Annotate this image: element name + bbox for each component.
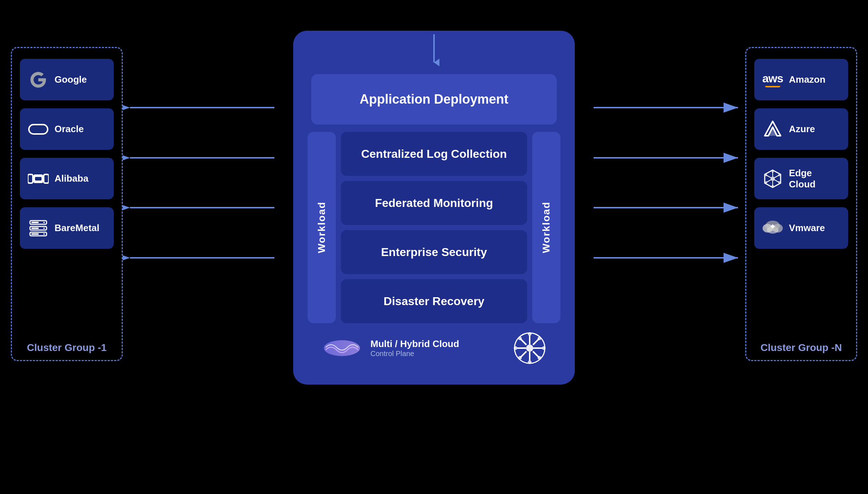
svg-rect-12 [31, 228, 39, 229]
svg-line-64 [533, 339, 539, 345]
svg-rect-3 [35, 177, 42, 181]
provider-baremetal: BareMetal [20, 207, 114, 249]
top-arrow [304, 34, 564, 67]
main-panel: Application Deployment Workload Centrali… [293, 31, 575, 385]
google-icon [28, 69, 49, 90]
arrow-alibaba [123, 203, 274, 213]
edgecloud-label: Edge Cloud [789, 168, 840, 190]
svg-line-63 [533, 351, 539, 358]
cluster-group-left-label: Cluster Group -1 [12, 342, 122, 354]
control-plane: Multi / Hybrid Cloud Control Plane [311, 332, 557, 364]
service-security-label: Enterprise Security [381, 246, 487, 259]
kubernetes-icon [513, 332, 546, 364]
svg-point-17 [771, 177, 775, 181]
provider-alibaba: Alibaba [20, 158, 114, 199]
svg-rect-11 [31, 222, 39, 223]
arrow-edgecloud [594, 203, 745, 213]
provider-oracle: Oracle [20, 108, 114, 150]
svg-line-65 [520, 351, 526, 358]
svg-point-55 [324, 340, 360, 356]
arrow-amazon [594, 103, 745, 113]
svg-rect-13 [31, 233, 39, 235]
edgecloud-icon [762, 168, 783, 189]
svg-point-67 [528, 360, 531, 364]
svg-point-68 [514, 346, 517, 350]
svg-point-29 [765, 174, 767, 176]
svg-point-28 [765, 181, 767, 183]
provider-azure: Azure [754, 108, 848, 150]
cluster-group-right-label: Cluster Group -N [746, 342, 856, 354]
svg-point-70 [518, 337, 522, 340]
arrow-vmware [594, 253, 745, 263]
baremetal-icon [28, 218, 49, 239]
provider-vmware: Vmware [754, 207, 848, 249]
svg-point-25 [778, 174, 780, 176]
svg-point-10 [43, 233, 45, 235]
vmware-icon [762, 218, 783, 239]
arrow-google [123, 103, 274, 113]
cluster-group-left: Google Oracle Alibaba [11, 47, 123, 361]
svg-point-9 [43, 228, 45, 229]
svg-line-62 [520, 339, 526, 345]
svg-point-26 [778, 181, 780, 183]
svg-rect-1 [28, 174, 33, 183]
provider-aws: aws Amazon [754, 59, 848, 100]
workload-left-label: Workload [316, 202, 327, 253]
workload-panel-right: Workload [532, 132, 560, 323]
arrow-oracle [123, 153, 274, 163]
azure-label: Azure [789, 124, 815, 135]
control-plane-text: Multi / Hybrid Cloud Control Plane [370, 338, 505, 358]
oracle-label: Oracle [55, 124, 84, 135]
middle-section: Workload Centralized Log Collection Fede… [308, 132, 560, 323]
diagram-container: Google Oracle Alibaba [0, 0, 868, 494]
svg-rect-0 [29, 125, 48, 134]
app-deployment-card: Application Deployment [311, 74, 557, 125]
control-plane-title: Multi / Hybrid Cloud [370, 338, 505, 350]
aws-label: Amazon [789, 74, 825, 85]
service-recovery-label: Disaster Recovery [383, 295, 484, 308]
aws-icon: aws [762, 69, 783, 90]
baremetal-label: BareMetal [55, 222, 99, 234]
provider-google: Google [20, 59, 114, 100]
vmware-label: Vmware [789, 222, 825, 234]
svg-point-57 [526, 344, 533, 352]
svg-point-8 [43, 222, 45, 223]
oracle-icon [28, 119, 49, 140]
alibaba-label: Alibaba [55, 173, 88, 184]
alibaba-icon [28, 168, 49, 189]
cluster-group-right: aws Amazon Azure [745, 47, 857, 361]
arrow-azure [594, 153, 745, 163]
service-log-collection: Centralized Log Collection [341, 132, 527, 176]
svg-marker-15 [768, 127, 777, 136]
svg-point-69 [542, 346, 546, 350]
svg-rect-4 [44, 174, 49, 183]
services-stack: Centralized Log Collection Federated Mon… [341, 132, 527, 323]
svg-point-71 [538, 356, 541, 360]
service-federated-monitoring: Federated Monitoring [341, 181, 527, 225]
service-monitoring-label: Federated Monitoring [375, 196, 493, 210]
arrow-baremetal [123, 253, 274, 263]
provider-edgecloud: Edge Cloud [754, 158, 848, 199]
svg-point-72 [538, 337, 541, 340]
control-plane-subtitle: Control Plane [370, 350, 505, 358]
google-label: Google [55, 74, 87, 85]
cloud-waves-icon [322, 337, 362, 359]
app-deployment-label: Application Deployment [360, 92, 508, 107]
service-disaster-recovery: Disaster Recovery [341, 279, 527, 323]
svg-point-27 [772, 185, 774, 187]
svg-point-66 [528, 332, 531, 336]
service-log-label: Centralized Log Collection [361, 147, 507, 161]
workload-right-label: Workload [541, 202, 552, 253]
workload-panel-left: Workload [308, 132, 336, 323]
svg-point-73 [518, 356, 522, 360]
service-enterprise-security: Enterprise Security [341, 230, 527, 274]
azure-icon [762, 119, 783, 140]
svg-point-24 [772, 170, 774, 173]
